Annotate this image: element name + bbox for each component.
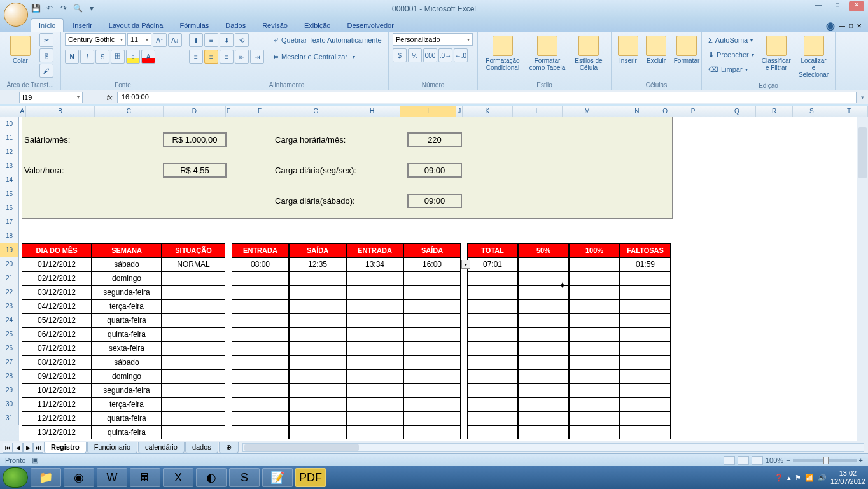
table-cell[interactable]: 07/12/2012: [22, 341, 92, 355]
tab-dados[interactable]: Dados: [218, 19, 253, 32]
zoom-in-button[interactable]: +: [859, 457, 863, 464]
column-header-H[interactable]: H: [344, 106, 400, 117]
salario-value[interactable]: R$ 1.000,00: [163, 132, 227, 147]
help-tray-icon[interactable]: ❓: [774, 474, 783, 482]
table-cell[interactable]: [467, 369, 518, 383]
table-cell[interactable]: [569, 355, 620, 369]
table-cell[interactable]: [569, 425, 620, 439]
table-header[interactable]: FALTOSAS: [620, 243, 671, 257]
tab-formulas[interactable]: Fórmulas: [172, 19, 217, 32]
table-cell[interactable]: [620, 271, 671, 285]
table-cell[interactable]: [467, 271, 518, 285]
table-cell[interactable]: [162, 355, 225, 369]
table-cell[interactable]: [620, 425, 671, 439]
taskbar-picasa[interactable]: ◐: [196, 468, 227, 487]
table-cell[interactable]: 09/12/2012: [22, 369, 92, 383]
prev-sheet-button[interactable]: ◀: [13, 443, 23, 453]
table-cell[interactable]: [289, 369, 346, 383]
table-cell[interactable]: [232, 397, 289, 411]
taskbar-chrome[interactable]: ◉: [64, 468, 94, 487]
table-cell[interactable]: [346, 299, 403, 313]
tab-desenvolvedor[interactable]: Desenvolvedor: [339, 19, 401, 32]
tab-inserir[interactable]: Inserir: [65, 19, 100, 32]
table-cell[interactable]: [620, 285, 671, 299]
table-cell[interactable]: sábado: [92, 257, 162, 271]
minimize-ribbon-icon[interactable]: —: [839, 22, 845, 29]
table-cell[interactable]: [620, 383, 671, 397]
table-cell[interactable]: [403, 299, 461, 313]
taskbar-explorer[interactable]: 📁: [31, 468, 61, 487]
page-layout-view-button[interactable]: [738, 456, 749, 465]
table-cell[interactable]: NORMAL: [162, 257, 225, 271]
table-header[interactable]: SAÍDA: [403, 243, 461, 257]
table-cell[interactable]: [403, 313, 461, 327]
paste-button[interactable]: Colar: [4, 33, 37, 67]
table-cell[interactable]: 08/12/2012: [22, 355, 92, 369]
table-cell[interactable]: 01/12/2012: [22, 257, 92, 271]
table-cell[interactable]: [467, 383, 518, 397]
table-cell[interactable]: [346, 313, 403, 327]
column-header-O[interactable]: O: [662, 106, 669, 117]
align-right-button[interactable]: ≡: [220, 50, 234, 64]
taskbar-word[interactable]: W: [97, 468, 127, 487]
help-icon[interactable]: ◉: [826, 20, 835, 32]
table-cell[interactable]: [620, 327, 671, 341]
tab-layout[interactable]: Layout da Página: [101, 19, 171, 32]
table-cell[interactable]: [518, 411, 569, 425]
table-cell[interactable]: [518, 327, 569, 341]
table-cell[interactable]: [346, 369, 403, 383]
zoom-level[interactable]: 100%: [766, 457, 783, 464]
column-header-P[interactable]: P: [668, 106, 718, 117]
table-cell[interactable]: [620, 299, 671, 313]
table-cell[interactable]: terça-feira: [92, 397, 162, 411]
table-cell[interactable]: [403, 341, 461, 355]
vertical-scrollbar[interactable]: [857, 117, 868, 441]
table-cell[interactable]: domingo: [92, 271, 162, 285]
column-header-L[interactable]: L: [513, 106, 563, 117]
percent-button[interactable]: %: [408, 48, 422, 62]
start-button[interactable]: [3, 467, 28, 488]
zoom-slider[interactable]: [793, 459, 857, 462]
horizontal-scrollbar[interactable]: [242, 443, 864, 452]
bold-button[interactable]: N: [65, 50, 79, 64]
table-cell[interactable]: [518, 397, 569, 411]
table-cell[interactable]: [289, 411, 346, 425]
delete-cells-button[interactable]: Excluir: [643, 33, 669, 67]
row-header-24[interactable]: 24: [0, 313, 19, 327]
align-top-button[interactable]: ⬆: [189, 33, 203, 47]
fill-button[interactable]: ⬇Preencher▾: [706, 48, 757, 62]
table-cell[interactable]: [232, 299, 289, 313]
tab-inicio[interactable]: Início: [31, 18, 64, 32]
new-sheet-button[interactable]: ⊕: [219, 442, 239, 453]
table-cell[interactable]: [403, 383, 461, 397]
table-cell[interactable]: [467, 411, 518, 425]
border-button[interactable]: 田: [111, 50, 125, 64]
table-cell[interactable]: domingo: [92, 369, 162, 383]
table-cell[interactable]: [232, 425, 289, 439]
table-cell[interactable]: [403, 411, 461, 425]
table-header[interactable]: 100%: [569, 243, 620, 257]
table-cell[interactable]: [162, 383, 225, 397]
fx-button[interactable]: fx: [102, 94, 117, 101]
row-header-31[interactable]: 31: [0, 411, 19, 425]
number-format-combo[interactable]: Personalizado▾: [393, 33, 473, 46]
zoom-out-button[interactable]: −: [786, 457, 790, 464]
table-cell[interactable]: [467, 397, 518, 411]
table-cell[interactable]: [620, 355, 671, 369]
shrink-font-button[interactable]: A↓: [168, 33, 182, 47]
row-header-14[interactable]: 14: [0, 173, 19, 187]
table-cell[interactable]: 07:01: [467, 257, 518, 271]
volume-icon[interactable]: 🔊: [818, 474, 827, 482]
table-cell[interactable]: [289, 299, 346, 313]
table-cell[interactable]: [467, 425, 518, 439]
table-cell[interactable]: [289, 271, 346, 285]
undo-icon[interactable]: ↶: [45, 4, 55, 14]
table-cell[interactable]: [232, 411, 289, 425]
carga-mes-value[interactable]: 220: [407, 132, 462, 147]
expand-formula-bar[interactable]: ▾: [857, 90, 868, 104]
table-header[interactable]: SAÍDA: [289, 243, 346, 257]
table-cell[interactable]: 01:59: [620, 257, 671, 271]
tray-chevron-icon[interactable]: ▴: [787, 474, 791, 482]
table-cell[interactable]: quinta-feira: [92, 327, 162, 341]
table-cell[interactable]: [518, 271, 569, 285]
